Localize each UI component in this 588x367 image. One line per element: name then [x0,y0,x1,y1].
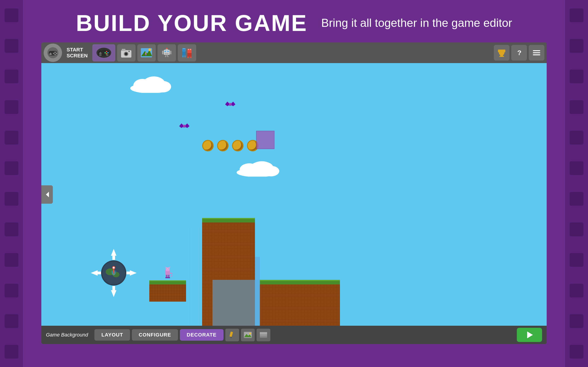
film-hole [5,223,18,236]
film-hole [570,69,583,83]
film-hole [5,161,18,175]
tab-characters[interactable] [178,44,196,61]
film-hole [570,253,583,267]
svg-rect-120 [260,334,267,336]
svg-point-17 [104,52,106,53]
svg-rect-99 [112,286,115,291]
film-hole [570,161,583,175]
svg-rect-51 [184,56,186,57]
svg-rect-76 [229,103,232,106]
page-header: BUILD YoUR GAME Bring it all together in… [23,7,565,39]
svg-rect-81 [183,125,186,127]
film-hole [570,314,583,328]
svg-point-26 [128,51,130,52]
svg-rect-50 [182,56,183,57]
svg-rect-59 [499,56,504,57]
tab-help[interactable]: ? [511,45,527,60]
coin [217,140,229,151]
svg-marker-122 [527,332,533,338]
svg-rect-57 [190,57,191,58]
svg-point-111 [113,267,115,269]
tab-gamepad[interactable] [92,44,115,61]
film-hole [570,8,583,22]
page-title: BUILD YoUR GAME [76,10,307,36]
svg-rect-4 [49,54,52,55]
svg-rect-61 [504,50,505,52]
svg-rect-48 [183,50,185,50]
cloud-1 [129,76,172,93]
svg-marker-100 [91,270,98,276]
svg-rect-55 [187,53,191,57]
tab-menu[interactable] [529,45,544,60]
svg-point-8 [54,54,56,55]
svg-point-5 [54,52,56,53]
svg-rect-65 [533,54,540,55]
svg-point-15 [106,51,107,52]
pencil-tool-button[interactable] [225,329,239,341]
tab-robot[interactable] [157,44,176,61]
svg-marker-112 [46,192,49,197]
film-hole [5,253,18,267]
svg-point-30 [148,48,151,51]
svg-rect-90 [166,269,167,269]
svg-marker-96 [111,249,116,256]
svg-rect-42 [170,51,171,54]
top-toolbar: START SCREEN [41,42,547,63]
svg-rect-40 [167,56,169,57]
decorate-button[interactable]: DeCoRATE [180,329,224,341]
svg-point-19 [99,54,102,56]
svg-rect-56 [187,57,189,58]
bat-sprite-2 [178,122,191,132]
film-hole [570,223,583,236]
coin-row [202,140,258,151]
water-base [212,280,259,326]
cloud-2 [234,161,280,177]
svg-point-69 [155,81,171,92]
svg-rect-121 [260,332,267,334]
tab-landscape[interactable] [137,44,156,61]
player-character [163,266,172,280]
svg-rect-60 [498,50,499,52]
svg-rect-119 [260,336,267,338]
platform-right [259,280,340,326]
play-button[interactable] [517,328,542,342]
film-hole [5,100,18,114]
svg-rect-31 [145,53,147,55]
svg-rect-54 [190,49,191,50]
svg-point-82 [183,125,184,126]
svg-rect-64 [533,52,540,53]
configure-button[interactable]: CoNFIGURE [132,329,178,341]
svg-rect-94 [165,277,168,278]
svg-rect-39 [165,56,166,57]
film-hole [5,69,18,83]
film-hole [5,345,18,359]
svg-rect-33 [164,50,170,55]
game-logo-avatar[interactable] [44,44,62,62]
svg-point-44 [166,48,167,49]
tab-trophy[interactable] [494,45,510,60]
svg-rect-32 [145,52,146,53]
background-label: Game Background [46,332,88,338]
svg-rect-91 [168,269,169,269]
svg-rect-35 [167,51,169,52]
film-hole [5,8,18,22]
layout-button[interactable]: LAYOUT [95,329,130,341]
bottom-toolbar: Game Background LAYOUT CoNFIGURE DeCoRAT… [41,326,547,344]
coin [232,140,243,151]
svg-rect-34 [164,51,166,52]
svg-point-83 [185,125,186,126]
navigation-compass[interactable] [91,249,137,297]
svg-marker-102 [130,270,137,276]
svg-point-73 [263,166,279,176]
svg-rect-22 [122,49,125,51]
svg-point-118 [249,333,251,334]
svg-point-6 [56,53,57,54]
svg-rect-14 [99,53,102,54]
collapse-panel-button[interactable] [41,185,53,204]
image-tool-button[interactable] [241,329,255,341]
tab-camera[interactable] [117,44,136,61]
layers-tool-button[interactable] [257,329,270,341]
platform-left [149,280,186,302]
film-strip-right [565,0,588,367]
game-editor-window: START SCREEN [41,42,547,344]
